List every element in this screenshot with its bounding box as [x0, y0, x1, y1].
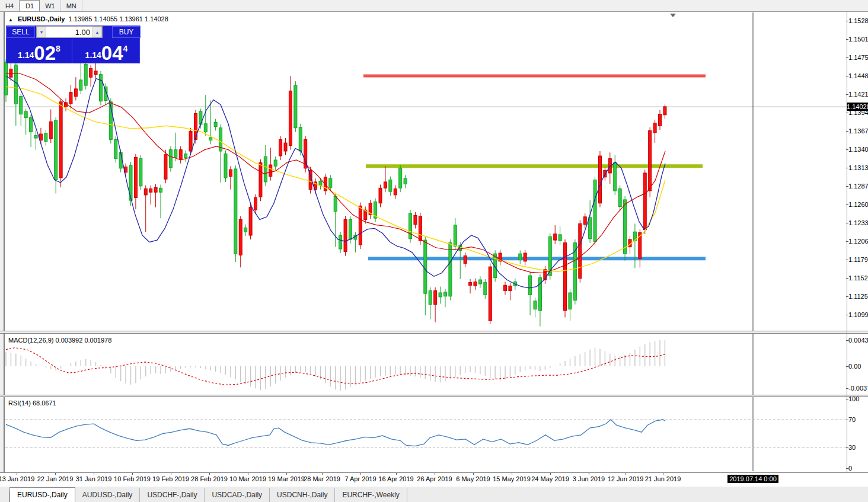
- price-tick-label: 1.15015: [848, 36, 868, 43]
- date-tick-mark: [286, 473, 287, 475]
- macd-panel[interactable]: [0, 334, 868, 395]
- buy-button[interactable]: BUY: [112, 26, 141, 38]
- date-tick-label: 21 Jun 2019: [639, 475, 687, 482]
- buy-price-point: 4: [123, 44, 128, 53]
- tab-eurchf-weekly[interactable]: EURCHF-,Weekly: [335, 488, 407, 502]
- macd-tick-label-tick: [846, 340, 848, 341]
- rsi-tick-label: 0: [848, 465, 868, 472]
- price-axis-border: [847, 12, 847, 486]
- date-tick-mark: [360, 473, 361, 475]
- price-tick-label: 1.12330: [848, 219, 868, 226]
- date-tick-mark: [550, 473, 551, 475]
- date-axis[interactable]: 13 Jan 201922 Jan 201931 Jan 201910 Feb …: [0, 472, 868, 486]
- price-tick-label-tick: [846, 149, 848, 150]
- price-tick-label: 1.13135: [848, 164, 868, 171]
- ma-fast-blue: [6, 76, 665, 288]
- timeframe-mn[interactable]: MN: [61, 0, 82, 11]
- buy-price-base: 1.14: [85, 50, 101, 60]
- price-tick-label: 1.13405: [848, 146, 868, 153]
- macd-tick-label: 0.004359: [848, 337, 868, 344]
- timeframe-h4[interactable]: H4: [0, 0, 20, 11]
- rsi-tick-label-tick: [846, 420, 848, 420]
- one-click-trading-widget: SELL ▼ ▲ BUY 1.14 02 8 1.14 04 4: [6, 25, 140, 63]
- price-tick-label-tick: [846, 241, 848, 242]
- date-tick-mark: [248, 473, 248, 475]
- tab-usdchf-daily[interactable]: USDCHF-,Daily: [140, 488, 205, 502]
- date-tick-mark: [512, 473, 512, 475]
- tab-usdcad-daily[interactable]: USDCAD-,Daily: [205, 488, 270, 502]
- price-tick-label: 1.11255: [848, 293, 868, 300]
- sell-price-pips: 02: [34, 45, 56, 62]
- rsi-panel[interactable]: [0, 397, 868, 471]
- macd-tick-label-tick: [846, 388, 848, 389]
- tab-eurusd-daily[interactable]: EURUSD-,Daily: [9, 487, 75, 502]
- date-tick-mark: [589, 473, 589, 475]
- chart-shift-icon[interactable]: [670, 14, 676, 17]
- price-tick-label-tick: [846, 39, 848, 40]
- chart-ohlc-values: 1.13985 1.14055 1.13961 1.14028: [69, 15, 168, 23]
- price-tick-label-tick: [846, 186, 848, 187]
- macd-histogram: [6, 340, 665, 391]
- price-tick-label-tick: [846, 168, 848, 168]
- macd-tick-label-tick: [846, 366, 848, 367]
- price-tick-label-tick: [846, 260, 848, 260]
- price-tick-label-tick: [846, 131, 848, 132]
- date-tick-mark: [55, 473, 56, 475]
- rsi-tick-label: 70: [848, 416, 868, 423]
- volume-stepper: ▼ ▲: [36, 26, 103, 38]
- volume-increase-icon[interactable]: ▲: [92, 27, 102, 37]
- price-tick-label: 1.12065: [848, 238, 868, 245]
- chart-symbol: EURUSD-,Daily: [18, 15, 65, 23]
- symbol-tab-bar: EURUSD-,Daily AUDUSD-,Daily USDCHF-,Dail…: [0, 486, 868, 502]
- price-tick-label-tick: [846, 94, 848, 95]
- price-tick-label: 1.11525: [848, 274, 868, 282]
- candles: [5, 57, 666, 327]
- tab-usdcnh-daily[interactable]: USDCNH-,Daily: [270, 488, 335, 502]
- date-tick-mark: [171, 473, 171, 475]
- date-line-badge: 2019.07.14 0:00: [727, 475, 778, 483]
- sell-price-base: 1.14: [18, 50, 34, 60]
- timeframe-bar: H4 D1 W1 MN: [0, 0, 868, 12]
- price-tick-label: 1.15285: [848, 17, 868, 24]
- price-tick-label: 1.10990: [848, 311, 868, 318]
- date-tick-mark: [94, 473, 94, 475]
- price-tick-label: 1.13675: [848, 127, 868, 135]
- mt4-window: H4 D1 W1 MN ▲ EURUSD-,Daily 1.13985 1.14…: [0, 0, 868, 502]
- date-tick-mark: [17, 473, 17, 475]
- macd-label: MACD(12,26,9) 0.003992 0.001978: [8, 337, 111, 344]
- collapse-one-click-icon[interactable]: ▲: [8, 17, 13, 23]
- buy-price-panel[interactable]: 1.14 04 4: [73, 39, 140, 63]
- date-tick-mark: [396, 473, 397, 475]
- date-tick-mark: [209, 473, 210, 475]
- price-tick-label-tick: [846, 315, 848, 315]
- chart-title: ▲ EURUSD-,Daily 1.13985 1.14055 1.13961 …: [8, 15, 168, 23]
- date-tick-mark: [435, 473, 435, 475]
- macd-tick-label: 0.00: [848, 363, 868, 370]
- splitter-macd-rsi[interactable]: [0, 395, 868, 397]
- price-tick-label-tick: [846, 21, 848, 21]
- price-tick-label-tick: [846, 57, 848, 58]
- price-tick-label: 1.14210: [848, 91, 868, 98]
- rsi-tick-label-tick: [846, 447, 848, 448]
- rsi-tick-label: 30: [848, 444, 868, 451]
- volume-decrease-icon[interactable]: ▼: [37, 27, 46, 37]
- timeframe-d1[interactable]: D1: [20, 0, 40, 11]
- tab-audusd-daily[interactable]: AUDUSD-,Daily: [75, 488, 141, 502]
- volume-input[interactable]: [46, 27, 92, 37]
- date-tick-mark: [663, 473, 663, 475]
- rsi-line: [6, 420, 665, 446]
- splitter-main-macd[interactable]: [0, 331, 868, 334]
- price-tick-label-tick: [846, 296, 848, 297]
- rsi-tick-label-tick: [846, 468, 848, 469]
- price-tick-label: 1.12870: [848, 183, 868, 190]
- sell-button[interactable]: SELL: [7, 26, 35, 38]
- sell-price-panel[interactable]: 1.14 02 8: [7, 39, 72, 63]
- date-tick-mark: [473, 473, 474, 475]
- price-tick-label-tick: [846, 113, 848, 113]
- timeframe-w1[interactable]: W1: [40, 0, 61, 11]
- price-tick-label: 1.12600: [848, 201, 868, 208]
- rsi-tick-label-tick: [846, 399, 848, 399]
- date-tick-mark: [322, 473, 323, 475]
- price-tick-label-tick: [846, 278, 848, 279]
- price-tick-label-tick: [846, 223, 848, 223]
